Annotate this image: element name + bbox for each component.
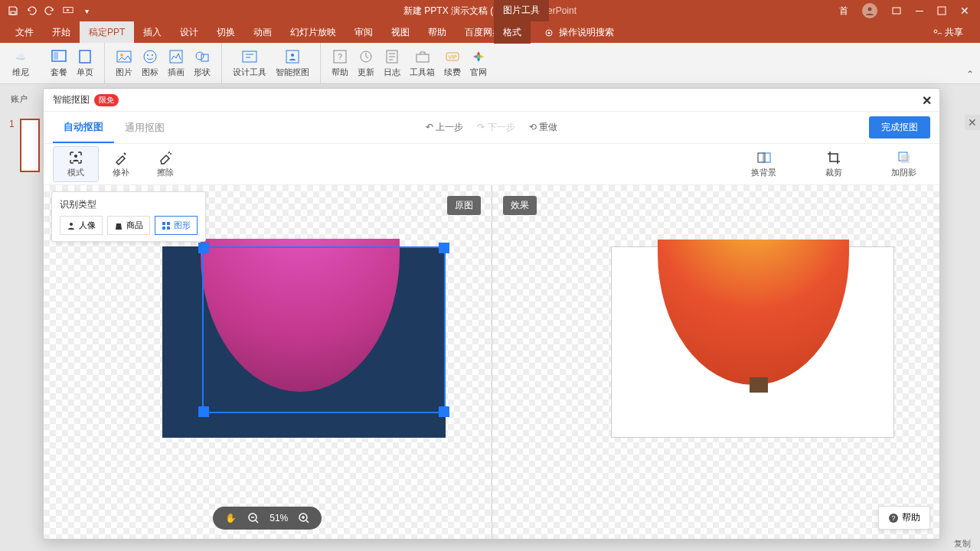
zoom-out-icon[interactable] (247, 511, 260, 525)
svg-point-12 (120, 54, 123, 57)
handle-bl[interactable] (198, 406, 209, 417)
rb-shape[interactable]: 形状 (189, 48, 215, 78)
share-button[interactable]: 共享 (925, 21, 971, 44)
slide-number: 1 (9, 119, 15, 129)
svg-point-13 (144, 51, 156, 63)
svg-point-21 (291, 54, 294, 57)
account-avatar[interactable]: ☁️ 维尼 (8, 48, 34, 78)
tool-mode[interactable]: 模式 (53, 146, 99, 182)
window-title: 新建 PPTX 演示文稿 (2).pptx - PowerPoint (403, 5, 577, 18)
status-text: 复制 (954, 538, 971, 549)
tab-transition[interactable]: 切换 (207, 21, 244, 43)
tool-change-bg[interactable]: 换背景 (737, 150, 790, 178)
svg-point-17 (196, 52, 204, 60)
svg-rect-18 (201, 54, 208, 61)
pan-icon[interactable]: ✋ (224, 511, 237, 525)
account-label[interactable]: 账户 (11, 93, 28, 105)
recog-graphic[interactable]: 图形 (155, 216, 198, 235)
recog-title: 识别类型 (60, 198, 198, 211)
help-button[interactable]: ? 帮助 (878, 506, 930, 530)
modal-close-button[interactable]: ✕ (922, 93, 932, 108)
tab-slideshow[interactable]: 幻灯片放映 (281, 21, 345, 43)
tab-auto-cutout[interactable]: 自动抠图 (53, 112, 114, 143)
recog-product[interactable]: 商品 (107, 216, 150, 235)
svg-rect-10 (80, 51, 90, 63)
tell-me-search[interactable]: 操作说明搜索 (536, 21, 622, 44)
recognition-type-box: 识别类型 人像 商品 图形 (51, 191, 206, 242)
svg-rect-19 (243, 51, 256, 62)
rb-update[interactable]: 更新 (353, 48, 379, 78)
zoom-in-icon[interactable] (297, 511, 311, 525)
rb-log[interactable]: 日志 (379, 48, 405, 78)
save-icon[interactable] (8, 5, 18, 16)
tool-crop[interactable]: 裁剪 (812, 150, 856, 178)
collapse-ribbon-icon[interactable]: ⌃ (966, 69, 974, 80)
svg-rect-3 (893, 8, 900, 14)
tab-general-cutout[interactable]: 通用抠图 (114, 113, 175, 142)
rb-single[interactable]: 单页 (72, 48, 98, 78)
handle-br[interactable] (439, 406, 449, 417)
svg-rect-16 (170, 51, 182, 63)
close-icon[interactable]: ✕ (960, 5, 969, 17)
rb-smart-cutout[interactable]: 智能抠图 (271, 48, 314, 78)
ribbon-tabs: 文件 开始 稿定PPT 插入 设计 切换 动画 幻灯片放映 审阅 视图 帮助 百… (0, 21, 980, 43)
result-label: 效果 (503, 196, 537, 215)
undo-icon[interactable] (26, 5, 37, 16)
finish-button[interactable]: 完成抠图 (869, 116, 930, 139)
svg-rect-34 (763, 153, 770, 162)
tab-review[interactable]: 审阅 (345, 21, 382, 43)
tab-gaoding[interactable]: 稿定PPT (80, 21, 134, 43)
result-pane: 效果 ? 帮助 (492, 185, 940, 539)
maximize-icon[interactable] (937, 6, 946, 15)
svg-point-37 (70, 223, 73, 226)
svg-point-7 (934, 30, 937, 33)
rb-toolbox[interactable]: 工具箱 (405, 48, 439, 78)
tool-repair[interactable]: 修补 (99, 150, 143, 178)
rb-image[interactable]: 图片 (111, 48, 137, 78)
original-pane: 原图 识别类型 人像 商品 图形 ✋ (44, 185, 492, 539)
avatar[interactable] (862, 3, 877, 18)
tool-shadow[interactable]: 加阴影 (877, 150, 930, 178)
svg-text:?: ? (338, 53, 342, 61)
handle-tl[interactable] (198, 243, 209, 253)
rb-site[interactable]: 官网 (466, 48, 492, 78)
svg-point-31 (168, 152, 170, 153)
tab-file[interactable]: 文件 (6, 21, 43, 43)
original-label: 原图 (447, 196, 481, 215)
svg-rect-38 (162, 222, 165, 225)
tool-erase[interactable]: 擦除 (143, 150, 188, 178)
rb-help[interactable]: ?帮助 (327, 48, 353, 78)
smart-cutout-panel: 智能抠图 限免 ✕ 自动抠图 通用抠图 ↶ 上一步 ↷ 下一步 ⟲ 重做 完成抠… (43, 88, 940, 540)
tab-help[interactable]: 帮助 (419, 21, 456, 43)
svg-point-2 (868, 8, 872, 11)
slideshow-icon[interactable] (63, 5, 74, 16)
original-image[interactable] (162, 246, 446, 438)
slide-thumbnail[interactable] (20, 119, 40, 172)
tab-insert[interactable]: 插入 (134, 21, 171, 43)
free-badge: 限免 (94, 94, 119, 106)
tab-animation[interactable]: 动画 (244, 21, 281, 43)
rb-illus[interactable]: 插画 (163, 48, 189, 78)
redo-icon[interactable] (44, 5, 55, 16)
rb-icon[interactable]: 图标 (137, 48, 163, 78)
rb-renew[interactable]: VIP续费 (439, 48, 466, 78)
tab-format[interactable]: 格式 (494, 21, 531, 44)
rb-template[interactable]: 套餐 (46, 48, 72, 78)
minimize-icon[interactable]: ─ (916, 5, 923, 17)
zoom-controls: ✋ 51% (213, 507, 322, 530)
tab-view[interactable]: 视图 (382, 21, 419, 43)
recog-portrait[interactable]: 人像 (60, 216, 103, 235)
rb-design-tool[interactable]: 设计工具 (228, 48, 271, 78)
undo-button[interactable]: ↶ 上一步 (426, 121, 463, 134)
svg-rect-26 (416, 54, 429, 62)
selection-box[interactable] (202, 246, 446, 413)
reset-button[interactable]: ⟲ 重做 (529, 121, 557, 134)
qat-more-icon[interactable]: ▾ (81, 5, 92, 16)
close-pane-button[interactable]: ✕ (965, 115, 980, 130)
tab-design[interactable]: 设计 (171, 21, 207, 43)
svg-point-32 (170, 153, 172, 155)
svg-text:?: ? (891, 514, 895, 522)
tab-home[interactable]: 开始 (43, 21, 80, 43)
handle-tr[interactable] (439, 243, 449, 253)
ribbon-display-icon[interactable] (891, 5, 902, 16)
